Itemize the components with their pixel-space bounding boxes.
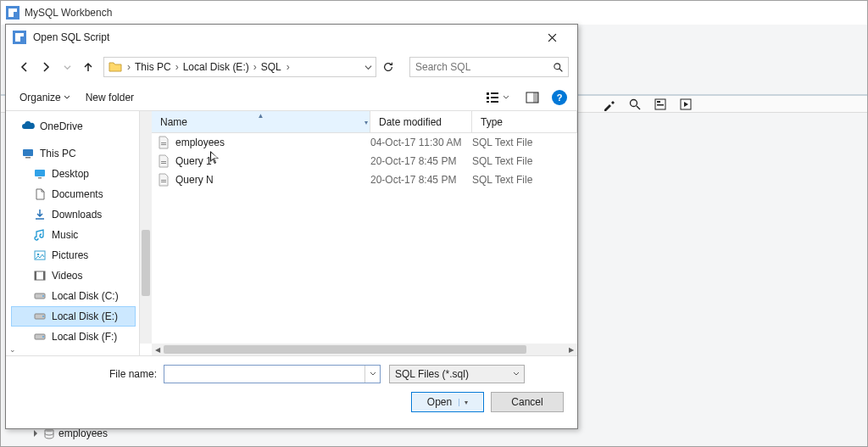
svg-rect-16: [533, 92, 538, 103]
desktop-icon: [33, 167, 47, 181]
pictures-icon: [33, 249, 47, 262]
dialog-titlebar[interactable]: Open SQL Script: [6, 25, 577, 50]
open-button[interactable]: Open ▾: [411, 392, 484, 412]
dialog-app-icon: [13, 31, 26, 44]
scrollbar-thumb[interactable]: [142, 230, 150, 296]
svg-rect-12: [491, 92, 498, 94]
scroll-right-icon[interactable]: ▶: [565, 344, 577, 355]
chevron-down-icon: [513, 371, 520, 377]
filetype-label: SQL Files (*.sql): [390, 368, 509, 380]
arrow-up-icon: [81, 60, 95, 74]
open-file-dialog: Open SQL Script › This PC › Local Disk (…: [5, 24, 578, 429]
address-bar[interactable]: › This PC › Local Disk (E:) › SQL ›: [103, 57, 376, 77]
svg-rect-25: [43, 271, 45, 280]
preview-pane-icon: [525, 90, 540, 105]
search-box[interactable]: [409, 57, 569, 77]
navpane-desktop[interactable]: Desktop: [11, 164, 136, 184]
navpane-diskf[interactable]: Local Disk (F:): [11, 327, 136, 347]
navpane-expand-caret[interactable]: ⌄: [6, 345, 16, 354]
filename-dropdown[interactable]: [364, 366, 380, 383]
navpane-music[interactable]: Music: [11, 225, 136, 245]
forward-button[interactable]: [36, 57, 55, 77]
svg-point-27: [42, 295, 44, 297]
drive-icon: [33, 289, 47, 303]
navpane-network[interactable]: Network: [11, 354, 136, 355]
file-row[interactable]: Query 1 20-Oct-17 8:45 PM SQL Text File: [152, 152, 577, 170]
form-icon[interactable]: [654, 98, 667, 111]
nav-row: › This PC › Local Disk (E:) › SQL ›: [6, 50, 577, 84]
filetype-combobox[interactable]: SQL Files (*.sql): [389, 365, 525, 383]
vertical-scrollbar[interactable]: [140, 111, 152, 344]
breadcrumb[interactable]: Local Disk (E:): [180, 58, 253, 76]
file-row[interactable]: Query N 20-Oct-17 8:45 PM SQL Text File: [152, 170, 577, 189]
file-row[interactable]: employees 04-Oct-17 11:30 AM SQL Text Fi…: [152, 133, 577, 152]
svg-rect-36: [161, 161, 166, 162]
refresh-icon: [382, 61, 394, 73]
help-button[interactable]: ?: [552, 90, 567, 105]
refresh-button[interactable]: [377, 57, 399, 77]
organize-button[interactable]: Organize: [16, 89, 74, 106]
breadcrumb[interactable]: This PC: [131, 58, 175, 76]
svg-point-29: [42, 316, 44, 317]
back-button[interactable]: [14, 57, 34, 77]
zoom-icon[interactable]: [628, 98, 642, 111]
documents-icon: [33, 187, 47, 201]
navpane-onedrive[interactable]: OneDrive: [11, 116, 136, 137]
paintbrush-icon[interactable]: [603, 98, 616, 111]
navpane-diskc[interactable]: Local Disk (C:): [11, 286, 136, 306]
address-dropdown[interactable]: [360, 58, 376, 76]
dialog-footer: File name: SQL Files (*.sql) Open ▾ Canc…: [6, 355, 577, 428]
svg-rect-18: [25, 157, 31, 159]
navpane-videos[interactable]: Videos: [11, 265, 136, 286]
svg-rect-17: [23, 149, 33, 156]
chevron-down-icon: [64, 64, 71, 71]
search-icon: [548, 62, 568, 73]
sql-file-icon: [157, 154, 170, 168]
music-icon: [33, 228, 47, 242]
arrow-left-icon: [18, 60, 31, 74]
navpane-downloads[interactable]: Downloads: [11, 204, 136, 225]
recent-dropdown[interactable]: [58, 57, 77, 77]
svg-rect-3: [657, 101, 660, 103]
mysql-workbench-icon: [6, 6, 19, 20]
up-button[interactable]: [79, 57, 98, 77]
pane-splitter[interactable]: [134, 111, 139, 355]
column-headers: Name ▲ ▾ Date modified Type: [152, 111, 577, 133]
sql-file-icon: [157, 173, 170, 187]
filetype-dropdown[interactable]: [509, 366, 524, 383]
drive-icon: [33, 310, 47, 323]
execute-icon[interactable]: [679, 98, 693, 111]
cancel-button[interactable]: Cancel: [491, 392, 564, 412]
workbench-title: MySQL Workbench: [25, 7, 112, 19]
navpane-documents[interactable]: Documents: [11, 184, 136, 204]
scroll-left-icon[interactable]: ◀: [152, 344, 164, 355]
workbench-titlebar: MySQL Workbench: [1, 1, 867, 25]
navpane-diske[interactable]: Local Disk (E:): [11, 306, 136, 327]
filename-label: File name:: [18, 368, 164, 380]
chevron-down-icon: [364, 64, 372, 71]
col-header-date[interactable]: Date modified: [370, 111, 472, 133]
navpane-pictures[interactable]: Pictures: [11, 245, 136, 265]
scrollbar-thumb[interactable]: [164, 345, 526, 354]
close-button[interactable]: [533, 28, 570, 47]
sql-file-icon: [157, 136, 170, 149]
breadcrumb[interactable]: SQL: [258, 58, 285, 76]
organize-label: Organize: [19, 92, 61, 103]
filename-input[interactable]: [164, 368, 364, 380]
col-header-type[interactable]: Type: [472, 111, 577, 133]
col-header-name[interactable]: Name ▲ ▾: [152, 111, 370, 133]
filename-combobox[interactable]: [164, 365, 381, 383]
chevron-down-icon: [370, 371, 376, 377]
view-options-button[interactable]: [481, 87, 513, 108]
horizontal-scrollbar[interactable]: ◀ ▶: [152, 344, 577, 355]
svg-rect-13: [491, 97, 498, 98]
view-details-icon: [485, 90, 500, 105]
column-filter-dropdown[interactable]: ▾: [364, 118, 368, 126]
navpane-thispc[interactable]: This PC: [11, 143, 136, 164]
downloads-icon: [33, 208, 47, 221]
search-input[interactable]: [410, 61, 548, 73]
open-split-dropdown[interactable]: ▾: [459, 399, 468, 406]
new-folder-button[interactable]: New folder: [82, 89, 137, 106]
tree-item-employees[interactable]: employees: [31, 427, 108, 439]
preview-pane-button[interactable]: [521, 87, 543, 108]
